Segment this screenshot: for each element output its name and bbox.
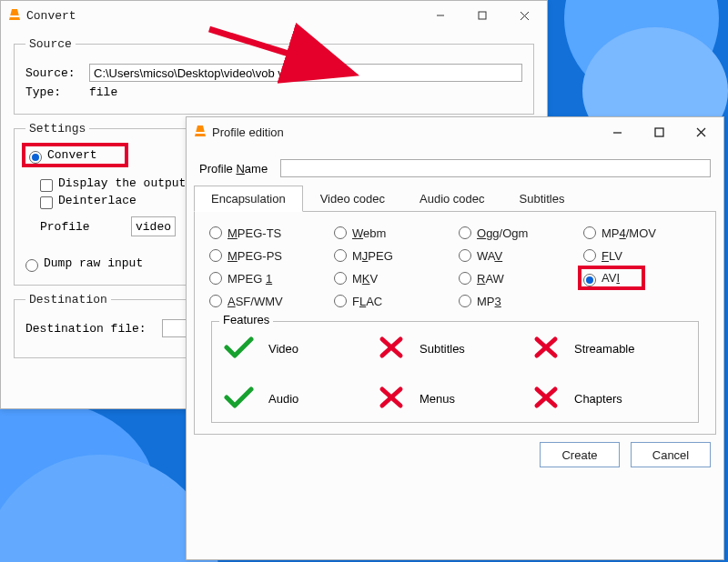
- features-group: Features VideoSubtitlesStreamableAudioMe…: [211, 321, 699, 423]
- radio-icon: [334, 226, 347, 239]
- radio-icon: [583, 226, 596, 239]
- tab-encapsulation[interactable]: Encapsulation: [194, 186, 303, 212]
- type-value: file: [89, 85, 117, 99]
- format-option[interactable]: MJPEG: [334, 247, 451, 263]
- format-option[interactable]: MP4/MOV: [583, 225, 701, 240]
- feature-item: Menus: [378, 385, 532, 413]
- tab-subtitles[interactable]: Subtitles: [502, 186, 582, 212]
- feature-label: Menus: [420, 392, 455, 406]
- destination-legend: Destination: [25, 293, 111, 306]
- feature-item: Audio: [223, 385, 378, 413]
- deinterlace-label: Deinterlace: [58, 194, 136, 207]
- check-icon: [223, 335, 254, 363]
- format-label: MPEG-TS: [228, 226, 281, 240]
- features-legend: Features: [219, 313, 273, 326]
- feature-item: Video: [223, 335, 378, 363]
- radio-icon: [334, 295, 347, 307]
- display-output-checkbox[interactable]: [40, 179, 53, 192]
- source-label: Source:: [25, 66, 89, 80]
- radio-icon: [583, 274, 596, 286]
- convert-radio-label: Convert: [47, 148, 97, 162]
- vlc-icon: [8, 8, 21, 24]
- format-label: Ogg/Ogm: [477, 226, 528, 240]
- dump-raw-radio[interactable]: [25, 259, 38, 272]
- create-button[interactable]: Create: [540, 442, 620, 467]
- minimize-button[interactable]: [420, 2, 461, 30]
- svg-rect-9: [196, 132, 205, 134]
- cancel-button[interactable]: Cancel: [631, 442, 711, 467]
- radio-icon: [459, 295, 471, 307]
- format-option[interactable]: MPEG-PS: [209, 247, 327, 263]
- convert-radio[interactable]: [29, 151, 42, 164]
- radio-icon: [459, 226, 471, 239]
- format-option[interactable]: ASF/WMV: [209, 293, 327, 308]
- type-label: Type:: [25, 85, 89, 99]
- radio-icon: [334, 249, 347, 262]
- svg-marker-8: [195, 125, 206, 136]
- format-label: MJPEG: [352, 249, 393, 263]
- feature-label: Streamable: [574, 342, 634, 356]
- svg-marker-0: [9, 9, 20, 20]
- x-icon: [532, 335, 560, 363]
- encapsulation-panel: MPEG-TSWebmOgg/OgmMP4/MOVMPEG-PSMJPEGWAV…: [194, 212, 716, 435]
- minimize-button[interactable]: [596, 118, 638, 146]
- format-label: AVI: [602, 271, 620, 285]
- radio-icon: [209, 295, 222, 307]
- profile-titlebar: Profile edition: [187, 117, 723, 146]
- feature-label: Chapters: [574, 392, 622, 406]
- x-icon: [378, 335, 405, 363]
- profile-label: Profile: [40, 220, 131, 234]
- convert-window-title: Convert: [26, 9, 76, 23]
- feature-item: Subtitles: [378, 335, 532, 363]
- format-option[interactable]: MPEG 1: [209, 270, 327, 286]
- source-legend: Source: [25, 37, 76, 51]
- maximize-button[interactable]: [638, 118, 680, 146]
- tabs: Encapsulation Video codec Audio codec Su…: [194, 185, 716, 212]
- radio-icon: [209, 226, 222, 239]
- vlc-icon: [194, 125, 207, 140]
- x-icon: [532, 385, 560, 413]
- deinterlace-checkbox[interactable]: [40, 196, 53, 209]
- radio-icon: [209, 249, 222, 262]
- format-option[interactable]: Webm: [334, 225, 451, 240]
- settings-legend: Settings: [25, 122, 89, 135]
- tab-audio-codec[interactable]: Audio codec: [402, 186, 502, 212]
- format-option[interactable]: FLAC: [334, 293, 451, 308]
- destination-label: Destination file:: [25, 322, 162, 336]
- format-label: ASF/WMV: [228, 295, 283, 308]
- display-output-label: Display the output: [58, 176, 186, 190]
- dump-raw-label: Dump raw input: [44, 256, 143, 270]
- feature-item: Chapters: [532, 385, 687, 413]
- profile-select[interactable]: video: [131, 216, 176, 236]
- format-option[interactable]: Ogg/Ogm: [459, 225, 576, 240]
- profile-name-input[interactable]: [280, 159, 711, 177]
- format-label: WAV: [477, 249, 502, 263]
- format-label: MPEG-PS: [228, 249, 282, 263]
- format-option[interactable]: AVI: [583, 270, 701, 286]
- format-label: Webm: [352, 226, 386, 240]
- format-label: FLAC: [352, 295, 382, 308]
- convert-titlebar: Convert: [1, 1, 547, 30]
- format-label: MP4/MOV: [602, 226, 656, 240]
- svg-rect-1: [10, 15, 19, 17]
- profile-name-label: Profile Name: [199, 162, 268, 176]
- close-button[interactable]: [680, 118, 722, 146]
- format-option[interactable]: MPEG-TS: [209, 225, 327, 240]
- svg-rect-3: [479, 12, 486, 19]
- maximize-button[interactable]: [461, 2, 503, 30]
- format-option[interactable]: MKV: [334, 270, 451, 286]
- feature-label: Subtitles: [420, 342, 465, 356]
- source-input[interactable]: [89, 64, 522, 82]
- format-option[interactable]: WAV: [459, 247, 576, 263]
- close-button[interactable]: [503, 2, 545, 30]
- radio-icon: [583, 249, 596, 262]
- radio-icon: [209, 272, 222, 285]
- tab-video-codec[interactable]: Video codec: [303, 186, 402, 212]
- format-label: MKV: [352, 272, 378, 286]
- format-option[interactable]: RAW: [459, 270, 576, 286]
- format-label: MPEG 1: [228, 272, 272, 286]
- format-option[interactable]: FLV: [583, 247, 701, 263]
- feature-item: Streamable: [532, 335, 687, 363]
- format-option[interactable]: MP3: [459, 293, 576, 308]
- format-label: RAW: [477, 272, 504, 286]
